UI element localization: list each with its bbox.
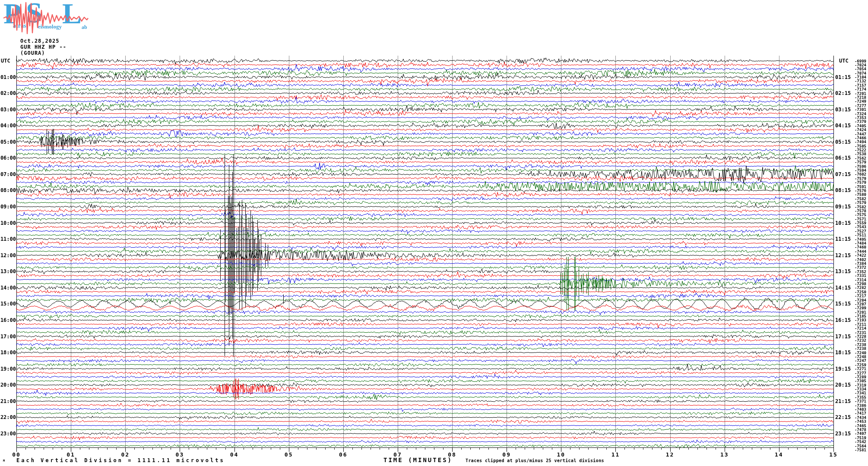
left-time-label: 16:00: [0, 317, 16, 323]
left-time-label: 06:00: [0, 155, 16, 161]
x-tick-label: 01: [63, 451, 78, 458]
x-tick-label: 10: [554, 451, 568, 458]
left-time-label: 18:00: [0, 350, 16, 356]
x-tick-label: 13: [717, 451, 732, 458]
left-time-label: 05:00: [0, 139, 16, 145]
left-time-label: 03:00: [0, 107, 16, 113]
left-time-label: 13:00: [0, 268, 16, 274]
corner-mark: M: [3, 459, 5, 463]
left-time-label: 02:00: [0, 90, 16, 96]
left-time-label: 12:00: [0, 252, 16, 258]
x-axis-title: TIME (MINUTES): [383, 457, 453, 463]
header-block: Oct.28,2025 GUR HHZ HP -- (GOURA): [20, 38, 67, 56]
utc-left-label: UTC: [1, 58, 10, 64]
x-tick-label: 02: [118, 451, 133, 458]
left-time-label: 15:00: [0, 301, 16, 307]
helicorder-page: P S L atras eismology ab Oct.28,2025 GUR…: [0, 0, 868, 466]
left-time-label: 01:00: [0, 74, 16, 80]
left-time-label: 21:00: [0, 398, 16, 404]
x-tick-label: 04: [227, 451, 242, 458]
header-date: Oct.28,2025: [20, 38, 67, 44]
left-time-label: 04:00: [0, 123, 16, 129]
seismogram-canvas: [0, 0, 868, 466]
left-time-label: 08:00: [0, 187, 16, 193]
psl-logo: P S L atras eismology ab: [3, 1, 93, 36]
x-tick-label: 09: [499, 451, 514, 458]
left-time-label: 17:00: [0, 334, 16, 340]
x-tick-label: 00: [9, 451, 24, 458]
offset-value: -7581: [848, 448, 866, 452]
left-time-label: 19:00: [0, 366, 16, 372]
logo-seismic-trace-icon: [3, 1, 93, 36]
left-time-label: 14:00: [0, 285, 16, 291]
left-time-label: 10:00: [0, 220, 16, 226]
x-tick-label: 11: [608, 451, 623, 458]
header-station: GUR HHZ HP --: [20, 44, 67, 50]
left-time-label: 20:00: [0, 382, 16, 388]
x-tick-label: 05: [282, 451, 296, 458]
left-time-label: 22:00: [0, 414, 16, 420]
utc-right-label: UTC: [839, 58, 849, 64]
x-tick-label: 12: [663, 451, 678, 458]
left-time-label: 23:00: [0, 431, 16, 437]
x-tick-label: 15: [826, 451, 841, 458]
left-time-label: 07:00: [0, 171, 16, 177]
clip-note: Traces clipped at plus/minus 25 vertical…: [466, 458, 604, 463]
left-time-label: 09:00: [0, 204, 16, 210]
left-time-label: 11:00: [0, 236, 16, 242]
header-location: (GOURA): [20, 50, 67, 56]
x-tick-label: 03: [172, 451, 187, 458]
scale-note: Each Vertical Division = 1111.11 microvo…: [16, 457, 225, 463]
x-tick-label: 14: [772, 451, 786, 458]
x-tick-label: 06: [336, 451, 351, 458]
